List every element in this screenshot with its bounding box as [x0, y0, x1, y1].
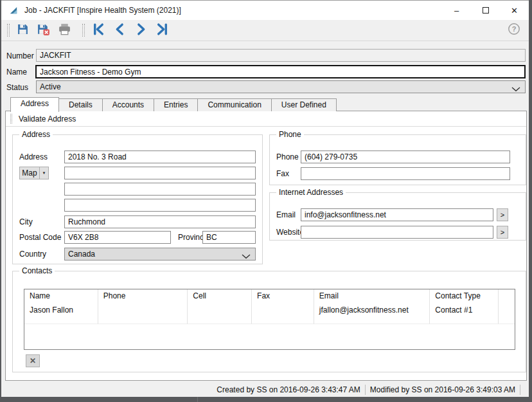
open-email-button[interactable]: >: [497, 208, 508, 221]
address-tab-panel: Validate Address Address Address Map ▼ C…: [5, 111, 527, 381]
minimize-icon: –: [454, 6, 459, 15]
statusbar-divider: [520, 385, 520, 395]
contacts-group: Contacts Name Phone Cell Fax Email Conta…: [12, 271, 526, 372]
contact-email-cell[interactable]: jfallon@jacksonfitness.net: [314, 304, 430, 324]
chevron-down-icon: [242, 252, 251, 261]
country-select[interactable]: Canada: [64, 248, 256, 260]
province-input[interactable]: [202, 231, 256, 244]
save-icon: [17, 23, 29, 38]
address-line1-input[interactable]: [64, 151, 256, 163]
city-input[interactable]: [64, 215, 256, 228]
column-header-cell[interactable]: Cell: [188, 289, 252, 304]
next-record-icon: [134, 23, 148, 39]
contacts-table: Name Phone Cell Fax Email Contact Type J…: [24, 289, 515, 350]
status-select-value: Active: [40, 82, 61, 91]
column-header-spacer: [499, 289, 515, 304]
maximize-button[interactable]: [471, 1, 500, 20]
column-header-name[interactable]: Name: [24, 289, 98, 304]
contacts-table-header: Name Phone Cell Fax Email Contact Type: [24, 289, 515, 304]
job-window: Job - JACKFIT [Inspire Health System (20…: [1, 0, 529, 397]
status-select[interactable]: Active: [36, 80, 526, 93]
website-label: Website: [276, 228, 304, 237]
country-select-value: Canada: [68, 250, 95, 259]
internet-addresses-group: Internet Addresses Email > Website >: [269, 192, 526, 241]
minimize-button[interactable]: –: [442, 1, 471, 20]
contact-fax-cell[interactable]: [252, 304, 314, 324]
screen: Job - JACKFIT [Inspire Health System (20…: [0, 0, 532, 402]
main-toolbar: ?: [1, 20, 529, 41]
column-header-fax[interactable]: Fax: [252, 289, 314, 304]
contact-type-cell[interactable]: Contact #1: [430, 304, 499, 324]
map-dropdown-arrow-icon[interactable]: ▼: [39, 167, 48, 179]
number-input[interactable]: [36, 49, 526, 62]
map-button[interactable]: Map ▼: [19, 167, 49, 179]
phone-input[interactable]: [301, 151, 510, 163]
fax-input[interactable]: [301, 167, 510, 180]
validate-address-button[interactable]: Validate Address: [19, 114, 76, 123]
toolbar-grip-handle-2[interactable]: [82, 24, 85, 37]
contact-row[interactable]: Jason Fallon jfallon@jacksonfitness.net …: [24, 304, 515, 324]
first-record-icon: [92, 23, 105, 39]
phone-group: Phone Phone Fax: [269, 134, 526, 185]
internet-group-legend: Internet Addresses: [276, 188, 346, 197]
address-line4-input[interactable]: [64, 199, 256, 212]
save-button[interactable]: [14, 22, 31, 39]
contact-cell-cell[interactable]: [188, 304, 252, 324]
postal-code-input[interactable]: [64, 231, 171, 244]
city-label: City: [19, 217, 33, 226]
validate-toolbar: Validate Address: [6, 111, 526, 127]
background-window-edge: [197, 397, 198, 402]
email-input[interactable]: [301, 208, 493, 221]
delete-contact-button[interactable]: ✕: [26, 354, 40, 367]
name-label: Name: [6, 68, 27, 77]
tab-address[interactable]: Address: [10, 97, 59, 112]
tab-details[interactable]: Details: [58, 98, 103, 111]
postal-code-label: Postal Code: [19, 233, 61, 242]
app-logo-icon: [9, 5, 19, 15]
created-by-text: Created by SS on 2016-09-26 3:43:47 AM: [217, 385, 360, 394]
tab-entries[interactable]: Entries: [154, 98, 198, 111]
help-button[interactable]: ?: [507, 23, 521, 37]
save-close-icon: [37, 23, 50, 38]
status-bar: Created by SS on 2016-09-26 3:43:47 AM M…: [1, 382, 529, 397]
contact-spacer-cell: [499, 304, 515, 324]
country-label: Country: [19, 250, 46, 259]
website-input[interactable]: [301, 226, 493, 239]
contact-name-cell[interactable]: Jason Fallon: [24, 304, 98, 324]
column-header-contact-type[interactable]: Contact Type: [430, 289, 499, 304]
column-header-email[interactable]: Email: [314, 289, 430, 304]
fax-label: Fax: [276, 169, 289, 178]
address-line2-input[interactable]: [64, 167, 256, 179]
phone-label: Phone: [276, 152, 299, 161]
email-label: Email: [276, 210, 296, 219]
last-record-button[interactable]: [153, 22, 172, 39]
address-line3-input[interactable]: [64, 183, 256, 196]
window-title: Job - JACKFIT [Inspire Health System (20…: [24, 6, 181, 15]
window-controls: – ✕: [442, 1, 529, 20]
next-record-button[interactable]: [132, 22, 150, 39]
first-record-button[interactable]: [89, 22, 108, 39]
save-close-button[interactable]: [34, 22, 53, 39]
status-label: Status: [6, 83, 28, 92]
previous-record-button[interactable]: [111, 22, 129, 39]
column-header-phone[interactable]: Phone: [98, 289, 188, 304]
name-input[interactable]: [35, 65, 526, 78]
last-record-icon: [155, 23, 169, 39]
chevron-down-icon: [511, 85, 520, 94]
validate-toolbar-grip-handle[interactable]: [10, 114, 12, 123]
tab-communication[interactable]: Communication: [197, 98, 271, 111]
svg-text:?: ?: [512, 25, 517, 33]
contact-phone-cell[interactable]: [98, 304, 188, 324]
tab-user-defined[interactable]: User Defined: [271, 98, 337, 111]
phone-group-legend: Phone: [276, 130, 304, 139]
title-bar[interactable]: Job - JACKFIT [Inspire Health System (20…: [1, 1, 529, 20]
open-website-button[interactable]: >: [497, 226, 508, 239]
address-line-label: Address: [19, 152, 48, 161]
toolbar-grip-handle[interactable]: [7, 24, 10, 37]
tab-accounts[interactable]: Accounts: [102, 98, 154, 111]
print-button[interactable]: [55, 22, 74, 39]
contacts-group-legend: Contacts: [19, 266, 55, 275]
statusbar-divider: [365, 385, 366, 395]
close-button[interactable]: ✕: [500, 1, 529, 20]
modified-by-text: Modified by SS on 2016-09-26 3:49:03 AM: [370, 385, 515, 394]
